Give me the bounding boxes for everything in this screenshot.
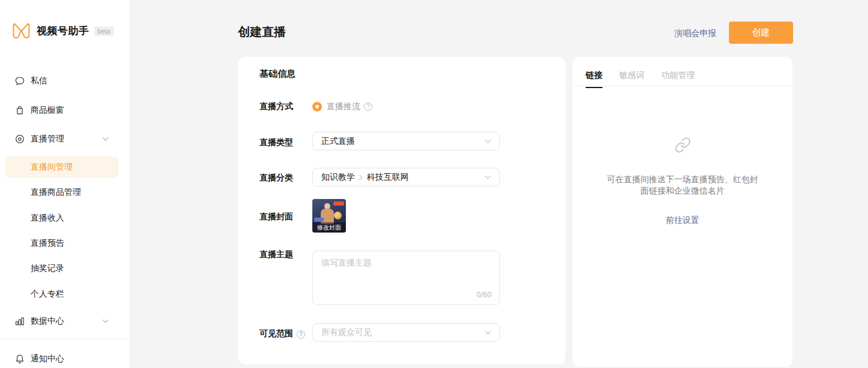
sidebar-item-data-center[interactable]: 数据中心 xyxy=(0,310,129,332)
live-topic-textarea[interactable] xyxy=(312,251,500,305)
panel-description: 可在直播间推送下一场直播预告、红包封 面链接和企业微信名片 xyxy=(584,174,780,197)
chevron-down-icon xyxy=(484,139,492,144)
sidebar-item-live-management[interactable]: 直播管理 xyxy=(0,128,129,150)
live-category-select[interactable]: 知识教学 科技互联网 xyxy=(312,168,500,186)
edit-cover-button[interactable]: 修改封面 xyxy=(312,222,346,233)
sidebar-item-label: 数据中心 xyxy=(31,316,64,327)
sidebar-item-label: 直播间管理 xyxy=(31,162,73,173)
shopping-bag-icon xyxy=(14,105,25,116)
live-topic-label: 直播主题 xyxy=(260,249,293,260)
visibility-select[interactable]: 所有观众可见 xyxy=(312,323,500,342)
channels-logo-icon xyxy=(12,22,31,40)
sidebar-item-label: 个人专栏 xyxy=(31,289,64,300)
sidebar-item-live-trailer[interactable]: 直播预告 xyxy=(0,233,129,254)
live-cover-label: 直播封面 xyxy=(260,212,293,222)
chevron-right-icon xyxy=(359,174,363,180)
app-title: 视频号助手 xyxy=(37,24,89,38)
selected-value: 正式直播 xyxy=(321,136,355,147)
chevron-down-icon xyxy=(484,330,492,335)
live-circle-icon xyxy=(14,134,25,144)
go-to-settings-link[interactable]: 前往设置 xyxy=(572,215,792,226)
cover-art xyxy=(333,201,344,206)
sidebar-item-private-messages[interactable]: 私信 xyxy=(0,70,129,92)
concert-application-link[interactable]: 演唱会申报 xyxy=(674,28,716,39)
create-button[interactable]: 创建 xyxy=(729,22,793,44)
basic-info-card: 基础信息 直播方式 直播推流 直播类型 正式直播 直播分类 知识教学 科技互联网… xyxy=(238,57,565,364)
visibility-placeholder: 所有观众可见 xyxy=(321,327,372,338)
live-type-label: 直播类型 xyxy=(260,137,293,148)
radio-label: 直播推流 xyxy=(327,101,360,112)
live-cover-thumbnail[interactable]: 修改封面 xyxy=(312,199,346,233)
sidebar-item-label: 私信 xyxy=(31,76,47,86)
sidebar-item-label: 直播管理 xyxy=(31,134,64,144)
live-topic-field: 0/60 xyxy=(312,251,500,305)
sidebar-item-label: 商品橱窗 xyxy=(31,105,64,116)
sidebar-divider xyxy=(0,339,129,339)
sidebar-item-live-product-management[interactable]: 直播商品管理 xyxy=(0,182,129,203)
links-panel-card: 链接 敏感词 功能管理 可在直播间推送下一场直播预告、红包封 面链接和企业微信名… xyxy=(572,57,792,367)
sidebar-item-live-room-management[interactable]: 直播间管理 xyxy=(0,156,129,178)
chat-bubble-icon xyxy=(14,76,25,86)
chevron-down-icon xyxy=(484,175,492,180)
page-title: 创建直播 xyxy=(238,24,286,40)
sidebar-item-label: 通知中心 xyxy=(31,354,64,364)
app-logo: 视频号助手 beta xyxy=(12,22,114,40)
live-category-label: 直播分类 xyxy=(260,173,293,183)
sidebar-item-lottery-records[interactable]: 抽奖记录 xyxy=(0,258,129,279)
live-type-select[interactable]: 正式直播 xyxy=(312,132,500,150)
chevron-down-icon[interactable] xyxy=(102,137,109,141)
bell-icon xyxy=(14,354,25,364)
chain-link-icon xyxy=(674,137,691,153)
sidebar-item-personal-column[interactable]: 个人专栏 xyxy=(0,283,129,305)
panel-description-line2: 面链接和企业微信名片 xyxy=(584,185,780,197)
page: 视频号助手 beta 私信 商品橱窗 直播管理 直播间管理 xyxy=(0,0,868,368)
bar-chart-icon xyxy=(14,316,25,327)
visibility-label: 可见范围 xyxy=(260,328,305,339)
link-icon-container xyxy=(572,137,792,153)
visibility-label-text: 可见范围 xyxy=(260,328,293,338)
sidebar-item-label: 直播收入 xyxy=(31,213,64,224)
sidebar-item-live-income[interactable]: 直播收入 xyxy=(0,207,129,229)
tabs-divider xyxy=(572,86,792,86)
sidebar-item-label: 直播商品管理 xyxy=(31,187,81,198)
live-method-label: 直播方式 xyxy=(260,101,293,112)
cover-art xyxy=(314,218,324,222)
character-counter: 0/60 xyxy=(477,290,492,299)
panel-description-line1: 可在直播间推送下一场直播预告、红包封 xyxy=(584,174,780,185)
section-title: 基础信息 xyxy=(260,68,296,80)
sidebar: 视频号助手 beta 私信 商品橱窗 直播管理 直播间管理 xyxy=(0,0,129,368)
live-method-option: 直播推流 xyxy=(312,101,372,112)
category-parent: 知识教学 xyxy=(321,172,355,183)
radio-selected[interactable] xyxy=(312,102,322,111)
chevron-down-icon[interactable] xyxy=(102,319,109,324)
cover-art xyxy=(334,212,342,219)
sidebar-item-label: 直播预告 xyxy=(31,238,64,249)
sidebar-item-product-showcase[interactable]: 商品橱窗 xyxy=(0,99,129,121)
sidebar-item-label: 抽奖记录 xyxy=(31,263,64,274)
category-child: 科技互联网 xyxy=(367,172,409,183)
sidebar-item-notification-center[interactable]: 通知中心 xyxy=(0,348,129,368)
help-question-icon[interactable] xyxy=(364,102,372,111)
help-question-icon[interactable] xyxy=(297,330,305,339)
beta-badge: beta xyxy=(94,26,114,36)
